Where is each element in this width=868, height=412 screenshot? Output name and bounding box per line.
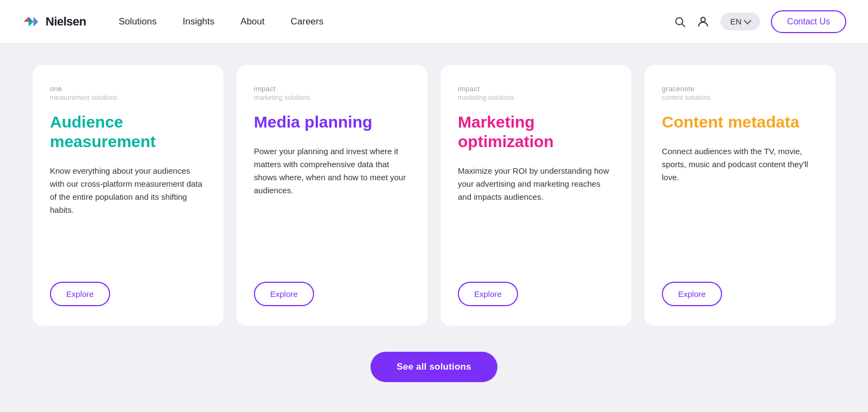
svg-point-6: [701, 17, 705, 22]
card-marketing-optimization: impact marketing solutions Marketing opt…: [441, 65, 631, 326]
logo-text: Nielsen: [46, 15, 86, 29]
svg-marker-2: [34, 17, 39, 27]
nav-actions: EN Contact Us: [674, 10, 846, 33]
card-category-4: content solutions: [662, 94, 818, 102]
card-category-2: marketing solutions: [254, 94, 410, 102]
card-content-metadata: gracenote content solutions Content meta…: [644, 65, 835, 326]
logo-link[interactable]: Nielsen: [22, 12, 86, 31]
chevron-down-icon: [744, 16, 751, 24]
language-selector[interactable]: EN: [720, 12, 760, 30]
explore-button-4[interactable]: Explore: [662, 282, 722, 306]
card-desc-4: Connect audiences with the TV, movie, sp…: [662, 145, 818, 264]
nielsen-logo-icon: [22, 12, 41, 31]
card-category-3: marketing solutions: [458, 94, 614, 102]
nav-links: Solutions Insights About Careers: [119, 16, 674, 27]
card-brand-3: impact: [458, 85, 614, 93]
cards-grid: one measurement solutions Audience measu…: [33, 65, 835, 326]
cta-section: See all solutions: [33, 352, 835, 382]
card-brand-2: impact: [254, 85, 410, 93]
user-button[interactable]: [697, 15, 710, 28]
card-brand-1: one: [50, 85, 206, 93]
card-audience-measurement: one measurement solutions Audience measu…: [33, 65, 224, 326]
navbar: Nielsen Solutions Insights About Careers…: [0, 0, 868, 43]
card-desc-2: Power your planning and invest where it …: [254, 145, 410, 264]
language-label: EN: [730, 17, 742, 26]
card-title-3: Marketing optimization: [458, 112, 614, 151]
nav-insights[interactable]: Insights: [183, 16, 215, 27]
explore-button-3[interactable]: Explore: [458, 282, 518, 306]
main-content: one measurement solutions Audience measu…: [0, 43, 868, 412]
nav-careers[interactable]: Careers: [291, 16, 323, 27]
card-category-1: measurement solutions: [50, 94, 206, 102]
card-title-1: Audience measurement: [50, 112, 206, 151]
see-all-solutions-button[interactable]: See all solutions: [371, 352, 497, 382]
nav-about[interactable]: About: [240, 16, 264, 27]
card-title-4: Content metadata: [662, 112, 818, 132]
card-desc-3: Maximize your ROI by understanding how y…: [458, 164, 614, 264]
contact-button[interactable]: Contact Us: [771, 10, 846, 33]
user-icon: [697, 15, 710, 28]
search-icon: [674, 16, 686, 28]
nav-solutions[interactable]: Solutions: [119, 16, 157, 27]
explore-button-2[interactable]: Explore: [254, 282, 314, 306]
card-title-2: Media planning: [254, 112, 410, 132]
search-button[interactable]: [674, 16, 686, 28]
card-brand-4: gracenote: [662, 85, 818, 93]
explore-button-1[interactable]: Explore: [50, 282, 110, 306]
card-desc-1: Know everything about your audiences wit…: [50, 164, 206, 264]
svg-marker-0: [24, 17, 29, 22]
card-media-planning: impact marketing solutions Media plannin…: [237, 65, 427, 326]
svg-line-5: [682, 24, 685, 27]
